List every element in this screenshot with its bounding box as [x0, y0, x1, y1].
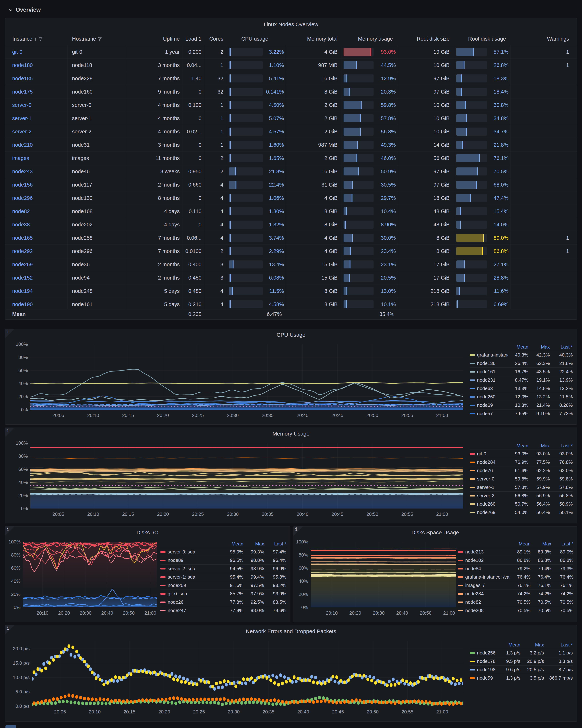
instance-link[interactable]: node156 [12, 182, 33, 188]
legend-series-toggle[interactable]: node59 [470, 675, 500, 681]
panel-title[interactable]: Memory Usage [5, 431, 577, 437]
legend-column-last[interactable]: Last * [264, 541, 286, 547]
instance-link[interactable]: node269 [12, 262, 33, 267]
column-header-memory-total[interactable]: Memory total [286, 32, 341, 45]
instance-link[interactable]: node82 [12, 208, 30, 214]
row-header-overview[interactable]: Overview [8, 6, 41, 13]
legend-series-toggle[interactable]: node69 [470, 402, 508, 408]
instance-link[interactable]: node243 [12, 168, 33, 175]
legend-column-mean[interactable]: Mean [510, 541, 530, 547]
legend-series-name: server-0: sda [168, 549, 195, 555]
legend-series-toggle[interactable]: node89 [160, 557, 223, 563]
legend-column-last[interactable]: Last * [550, 443, 573, 449]
x-axis-label: 20:10 [79, 413, 108, 418]
legend-series-toggle[interactable]: node231 [470, 377, 508, 383]
legend-series-toggle[interactable]: node84 [458, 566, 510, 571]
network-errors-plot[interactable]: 0.0 p/s5.0 p/s10.0 p/s15.0 p/s20.0 p/s20… [32, 641, 463, 706]
legend-series-toggle[interactable]: node260 [470, 394, 508, 400]
legend-series-toggle[interactable]: node284 [458, 591, 510, 597]
legend-series-toggle[interactable]: grafana-instance: /var [458, 574, 510, 580]
legend-series-toggle[interactable]: git-0 [470, 451, 508, 457]
column-header-uptime[interactable]: Uptime [126, 32, 183, 45]
memory-usage-plot[interactable]: 0%20%40%60%80%100%20:0520:1020:1520:2020… [30, 443, 463, 509]
instance-link[interactable]: images [12, 155, 29, 161]
legend-series-toggle[interactable]: node284 [470, 459, 508, 465]
legend-column-last[interactable]: Last * [551, 541, 574, 547]
instance-link[interactable]: node190 [12, 302, 33, 307]
legend-series-toggle[interactable]: node136 [470, 361, 508, 366]
legend-column-mean[interactable]: Mean [508, 443, 528, 449]
disks-space-usage-plot[interactable]: 0%20%40%60%80%100%20:1020:2020:3020:4020… [311, 542, 456, 607]
legend-series-toggle[interactable]: node57 [470, 411, 508, 416]
legend-series-toggle[interactable]: node102 [458, 557, 510, 563]
column-header-cpu-usage[interactable]: CPU usage [227, 32, 286, 45]
instance-link[interactable]: node185 [12, 76, 33, 81]
instance-link[interactable]: node175 [12, 89, 33, 95]
panel-title[interactable]: Disks Space Usage [294, 529, 577, 536]
legend-series-toggle[interactable]: node260 [470, 501, 508, 507]
legend-series-toggle[interactable]: server-0: sda [160, 549, 223, 555]
funnel-icon[interactable] [38, 37, 43, 41]
legend-series-toggle[interactable]: node178 [470, 658, 500, 664]
disks-io-plot[interactable]: 0%20%40%60%80%100%20:1020:2020:3020:4020… [23, 542, 157, 607]
panel-title[interactable]: CPU Usage [5, 332, 577, 338]
legend-series-toggle[interactable]: node76 [470, 468, 508, 473]
x-axis-label: 20:40 [288, 413, 317, 418]
instance-link[interactable]: server-2 [12, 129, 31, 135]
instance-link[interactable]: node194 [12, 288, 33, 294]
legend-series-toggle[interactable]: node208 [458, 608, 510, 613]
column-header-root-disk-usage[interactable]: Root disk usage [454, 32, 510, 45]
panel-title[interactable]: Linux Nodes Overview [5, 21, 577, 27]
column-header-root-disk-size[interactable]: Root disk size [397, 32, 454, 45]
legend-series-toggle[interactable]: node269 [470, 510, 508, 515]
legend-column-mean[interactable]: Mean [508, 344, 528, 350]
legend-column-max[interactable]: Max [530, 541, 551, 547]
instance-link[interactable]: node292 [12, 248, 33, 254]
legend-series-toggle[interactable]: server-2 [470, 493, 508, 498]
column-header-memory-usage[interactable]: Memory usage [341, 32, 397, 45]
legend-series-toggle[interactable]: images: / [458, 582, 510, 588]
legend-series-toggle[interactable]: node82 [458, 599, 510, 605]
legend-series-toggle[interactable]: server-1 [470, 485, 508, 490]
instance-link[interactable]: node38 [12, 222, 30, 228]
legend-series-toggle[interactable]: node256 [470, 650, 500, 656]
legend-column-mean[interactable]: Mean [500, 642, 520, 648]
legend-column-max[interactable]: Max [243, 541, 264, 547]
legend-column-max[interactable]: Max [528, 443, 550, 449]
legend-series-toggle[interactable]: grafana-instance [470, 352, 508, 358]
legend-series-toggle[interactable]: node213 [458, 549, 510, 555]
instance-link[interactable]: node210 [12, 142, 33, 148]
legend-series-toggle[interactable]: node63 [470, 386, 508, 391]
column-header-cores[interactable]: Cores [205, 32, 227, 45]
legend-series-toggle[interactable]: node161 [470, 369, 508, 374]
legend-series-toggle[interactable]: server-1: sda [160, 574, 223, 580]
legend-series-toggle[interactable]: server-0 [470, 476, 508, 482]
legend-series-toggle[interactable]: server-2: sda [160, 566, 223, 571]
column-header-warnings[interactable]: Warnings [510, 32, 577, 45]
instance-link[interactable]: node165 [12, 235, 33, 241]
legend-column-max[interactable]: Max [528, 344, 550, 350]
legend-series-toggle[interactable]: node26 [160, 599, 223, 605]
cpu-usage-plot[interactable]: 0%20%40%60%80%100%20:0520:1020:1520:2020… [30, 344, 463, 410]
instance-link[interactable]: server-0 [12, 102, 31, 108]
panel-title[interactable]: Disks I/O [5, 529, 290, 536]
legend-column-max[interactable]: Max [520, 642, 544, 648]
instance-link[interactable]: node152 [12, 275, 33, 281]
legend-column-last[interactable]: Last * [550, 344, 573, 350]
legend-column-last[interactable]: Last * [544, 642, 573, 648]
legend-series-toggle[interactable]: node198 [470, 667, 500, 673]
legend-column-mean[interactable]: Mean [223, 541, 243, 547]
instance-link[interactable]: server-1 [12, 115, 31, 122]
funnel-icon[interactable] [98, 37, 102, 41]
legend-series-toggle[interactable]: node209 [160, 582, 223, 588]
legend-series-toggle[interactable]: node247 [160, 608, 223, 613]
legend-series-toggle[interactable]: git-0: sda [160, 591, 223, 597]
instance-link[interactable]: node180 [12, 62, 33, 68]
instance-link[interactable]: node296 [12, 195, 33, 201]
column-header-load-1[interactable]: Load 1 [183, 32, 205, 45]
panel-title[interactable]: Network Errors and Dropped Packets [5, 628, 577, 634]
column-header-instance[interactable]: Instance↑ [5, 32, 67, 45]
cpu-usage-gauge-value: 0.141% [262, 89, 286, 95]
instance-link[interactable]: git-0 [12, 49, 22, 55]
column-header-hostname[interactable]: Hostname [67, 32, 126, 45]
